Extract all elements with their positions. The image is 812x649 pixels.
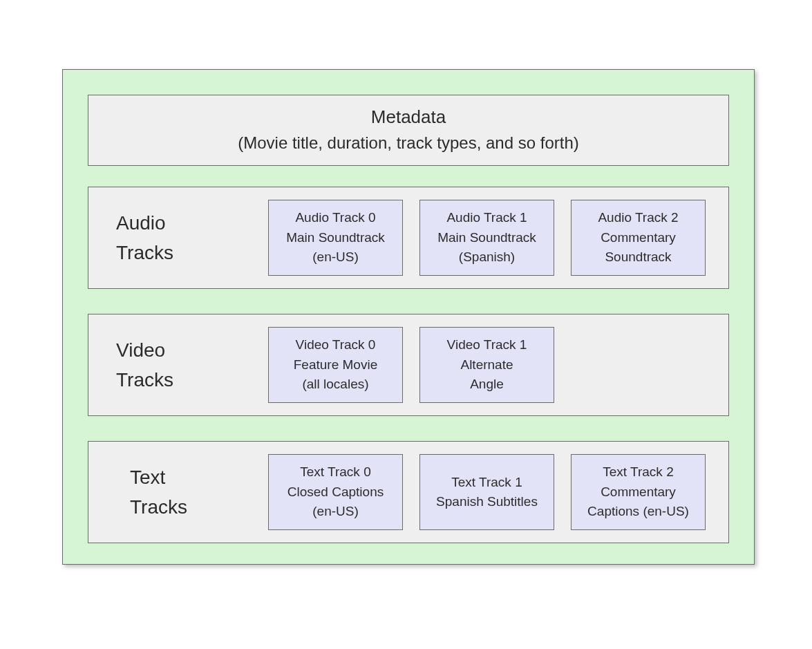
text-track-2: Text Track 2 Commentary Captions (en-US) xyxy=(571,454,706,530)
audio-track-2: Audio Track 2 Commentary Soundtrack xyxy=(571,200,706,276)
audio-track-0: Audio Track 0 Main Soundtrack (en-US) xyxy=(268,200,403,276)
text-tracks-label: Text Tracks xyxy=(102,462,268,523)
video-track-row: Video Track 0 Feature Movie (all locales… xyxy=(268,327,554,403)
metadata-box: Metadata (Movie title, duration, track t… xyxy=(88,95,729,166)
metadata-title: Metadata xyxy=(95,106,721,128)
text-track-row: Text Track 0 Closed Captions (en-US) Tex… xyxy=(268,454,706,530)
video-track-1: Video Track 1 Alternate Angle xyxy=(419,327,554,403)
audio-tracks-section: Audio Tracks Audio Track 0 Main Soundtra… xyxy=(88,187,729,289)
media-container-box: Metadata (Movie title, duration, track t… xyxy=(62,69,755,565)
audio-track-row: Audio Track 0 Main Soundtrack (en-US) Au… xyxy=(268,200,706,276)
video-track-0: Video Track 0 Feature Movie (all locales… xyxy=(268,327,403,403)
metadata-subtitle: (Movie title, duration, track types, and… xyxy=(95,133,721,153)
audio-tracks-label: Audio Tracks xyxy=(102,208,268,268)
text-tracks-section: Text Tracks Text Track 0 Closed Captions… xyxy=(88,441,729,543)
video-tracks-label: Video Tracks xyxy=(102,335,268,395)
diagram-canvas: Metadata (Movie title, duration, track t… xyxy=(0,0,812,649)
text-track-1: Text Track 1 Spanish Subtitles xyxy=(419,454,554,530)
audio-track-1: Audio Track 1 Main Soundtrack (Spanish) xyxy=(419,200,554,276)
video-tracks-section: Video Tracks Video Track 0 Feature Movie… xyxy=(88,314,729,416)
text-track-0: Text Track 0 Closed Captions (en-US) xyxy=(268,454,403,530)
